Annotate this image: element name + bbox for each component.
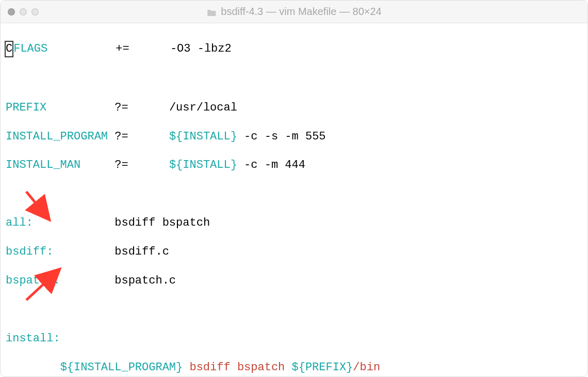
code-line: INSTALL_PROGRAM ?= ${INSTALL} -c -s -m 5… [6, 130, 582, 144]
minimize-button[interactable] [20, 8, 27, 15]
code-line: bspatch: bspatch.c [6, 274, 582, 288]
code-line: ${INSTALL_PROGRAM} bsdiff bspatch ${PREF… [6, 360, 582, 375]
window-title: bsdiff-4.3 — vim Makefile — 80×24 [206, 6, 381, 18]
terminal-content[interactable]: CFLAGS += -O3 -lbz2 PREFIX ?= /usr/local… [1, 23, 587, 377]
traffic-lights [8, 8, 39, 15]
folder-icon [206, 8, 217, 16]
code-line: CFLAGS += -O3 -lbz2 [6, 41, 582, 57]
code-line: all: bsdiff bspatch [6, 216, 582, 230]
code-line: install: [6, 332, 582, 346]
maximize-button[interactable] [31, 8, 39, 15]
window-titlebar: bsdiff-4.3 — vim Makefile — 80×24 [1, 1, 587, 23]
code-line: bsdiff: bsdiff.c [6, 245, 582, 259]
cursor: C [5, 41, 13, 57]
code-line: INSTALL_MAN ?= ${INSTALL} -c -m 444 [6, 158, 582, 172]
code-line [6, 187, 582, 201]
title-text: bsdiff-4.3 — vim Makefile — 80×24 [221, 6, 381, 18]
code-line: PREFIX ?= /usr/local [6, 101, 582, 115]
code-line [6, 303, 582, 317]
close-button[interactable] [8, 8, 15, 15]
code-line [6, 72, 582, 86]
